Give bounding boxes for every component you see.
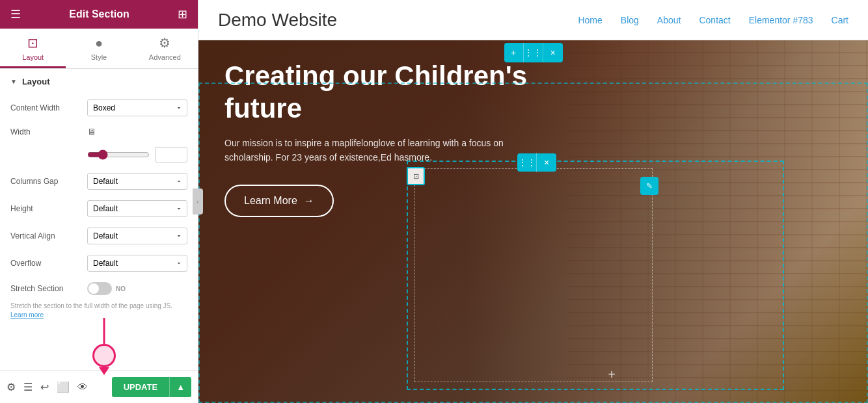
content-dashed-box: [407, 161, 784, 390]
inner-toolbar-move-btn[interactable]: ⋮⋮: [517, 153, 537, 172]
grid-apps-icon[interactable]: ⊞: [178, 7, 187, 21]
content-dashed-inner: [414, 168, 653, 382]
stretch-toggle[interactable]: [87, 282, 112, 295]
toggle-knob: [88, 283, 99, 294]
nav-blog[interactable]: Blog: [621, 15, 639, 25]
hamburger-icon[interactable]: ☰: [10, 7, 21, 21]
panel-content: ▼ Layout Content Width Boxed Full Width …: [0, 69, 198, 403]
tab-layout-label: Layout: [22, 53, 44, 61]
settings-icon[interactable]: ⚙: [7, 381, 16, 393]
height-row: Height Default Fit To Screen: [0, 195, 198, 222]
overflow-control: Default Hidden: [87, 255, 187, 272]
section-toolbar-top: + ⋮⋮ ×: [504, 43, 563, 62]
vertical-align-row: Vertical Align Default Top Middle: [0, 222, 198, 250]
width-slider[interactable]: [87, 150, 150, 160]
width-slider-row: [0, 142, 198, 168]
toolbar-add-btn[interactable]: +: [504, 43, 524, 62]
columns-gap-select[interactable]: Default No Gap Narrow: [87, 173, 187, 190]
edit-panel: ☰ Edit Section ⊞ ⊡ Layout ● Style ⚙ Adva…: [0, 0, 198, 403]
panel-header: ☰ Edit Section ⊞: [0, 0, 198, 29]
footer-icons: ⚙ ☰ ↩ ⬜ 👁: [7, 381, 88, 393]
update-btn-group: UPDATE ▲: [112, 377, 191, 397]
columns-gap-control: Default No Gap Narrow: [87, 173, 187, 190]
history-icon[interactable]: ↩: [40, 381, 49, 393]
monitor-icon: 🖥: [87, 127, 96, 136]
tab-style[interactable]: ● Style: [66, 29, 131, 68]
width-controls: 🖥: [87, 127, 187, 136]
content-width-row: Content Width Boxed Full Width: [0, 94, 198, 122]
stretch-hint: Stretch the section to the full width of…: [0, 300, 198, 325]
height-label: Height: [10, 204, 82, 213]
width-row: Width 🖥: [0, 122, 198, 142]
nav-cart[interactable]: Cart: [832, 15, 848, 25]
width-slider-container: [87, 150, 150, 160]
resize-handle[interactable]: ⊡: [407, 167, 425, 185]
website-logo: Demo Website: [218, 10, 578, 31]
stretch-toggle-container: NO: [87, 282, 126, 295]
preview-icon[interactable]: 👁: [77, 382, 88, 393]
website-preview: Demo Website Home Blog About Contact Ele…: [198, 0, 868, 403]
layout-section-heading[interactable]: ▼ Layout: [0, 69, 198, 94]
learn-more-arrow: →: [304, 195, 314, 207]
content-width-select[interactable]: Boxed Full Width: [87, 99, 187, 116]
layout-heading-label: Layout: [22, 77, 50, 86]
nav-contact[interactable]: Contact: [699, 15, 730, 25]
panel-tabs: ⊡ Layout ● Style ⚙ Advanced: [0, 29, 198, 69]
width-input[interactable]: [155, 147, 187, 162]
update-arrow-button[interactable]: ▲: [169, 377, 191, 397]
overflow-row: Overflow Default Hidden: [0, 250, 198, 277]
website-nav: Demo Website Home Blog About Contact Ele…: [198, 0, 868, 40]
edit-pencil-button[interactable]: ✎: [640, 177, 658, 195]
hint-text-content: Stretch the section to the full width of…: [10, 302, 172, 309]
advanced-tab-icon: ⚙: [159, 35, 170, 51]
hero-title: Creating our Children's future: [224, 60, 563, 125]
learn-more-label: Learn More: [244, 195, 297, 207]
toolbar-move-btn[interactable]: ⋮⋮: [524, 43, 543, 62]
height-control: Default Fit To Screen: [87, 200, 187, 217]
tab-style-label: Style: [91, 53, 107, 61]
nav-home[interactable]: Home: [578, 15, 602, 25]
chevron-down-icon: ▼: [10, 78, 17, 85]
tab-advanced[interactable]: ⚙ Advanced: [132, 29, 198, 68]
columns-gap-label: Columns Gap: [10, 177, 82, 186]
responsive-icon[interactable]: ⬜: [57, 381, 70, 393]
tab-advanced-label: Advanced: [149, 53, 181, 61]
stretch-section-row: Stretch Section NO: [0, 277, 198, 300]
width-label: Width: [10, 127, 82, 136]
nav-links: Home Blog About Contact Elementor #783 C…: [578, 15, 848, 25]
update-button[interactable]: UPDATE: [112, 377, 169, 397]
vertical-align-select[interactable]: Default Top Middle: [87, 228, 187, 244]
vertical-align-label: Vertical Align: [10, 231, 82, 240]
panel-title: Edit Section: [69, 8, 129, 20]
height-select[interactable]: Default Fit To Screen: [87, 200, 187, 217]
tab-layout[interactable]: ⊡ Layout: [0, 29, 66, 68]
toolbar-close-btn[interactable]: ×: [543, 43, 563, 62]
content-width-control: Boxed Full Width: [87, 99, 187, 116]
content-width-label: Content Width: [10, 103, 82, 112]
layers-icon[interactable]: ☰: [23, 381, 33, 393]
vertical-align-control: Default Top Middle: [87, 228, 187, 244]
toggle-no-label: NO: [116, 285, 126, 292]
overflow-label: Overflow: [10, 259, 82, 268]
panel-collapse-handle[interactable]: ‹: [193, 188, 203, 214]
stretch-section-label: Stretch Section: [10, 284, 82, 293]
learn-more-button[interactable]: Learn More →: [224, 185, 334, 217]
hint-link[interactable]: Learn more: [10, 311, 44, 318]
panel-footer: ⚙ ☰ ↩ ⬜ 👁 UPDATE ▲: [0, 370, 198, 403]
style-tab-icon: ●: [95, 36, 103, 51]
inner-toolbar-close-btn[interactable]: ×: [537, 153, 556, 172]
nav-about[interactable]: About: [657, 15, 681, 25]
add-column-button[interactable]: +: [603, 365, 621, 384]
columns-gap-row: Columns Gap Default No Gap Narrow: [0, 168, 198, 195]
nav-elementor[interactable]: Elementor #783: [749, 15, 813, 25]
overflow-select[interactable]: Default Hidden: [87, 255, 187, 272]
hero-section: + ⋮⋮ × ⋮⋮ × ⊡ ✎ + Creating our Children'…: [198, 40, 868, 403]
layout-tab-icon: ⊡: [27, 35, 38, 51]
section-toolbar-inner: ⋮⋮ ×: [517, 153, 556, 172]
